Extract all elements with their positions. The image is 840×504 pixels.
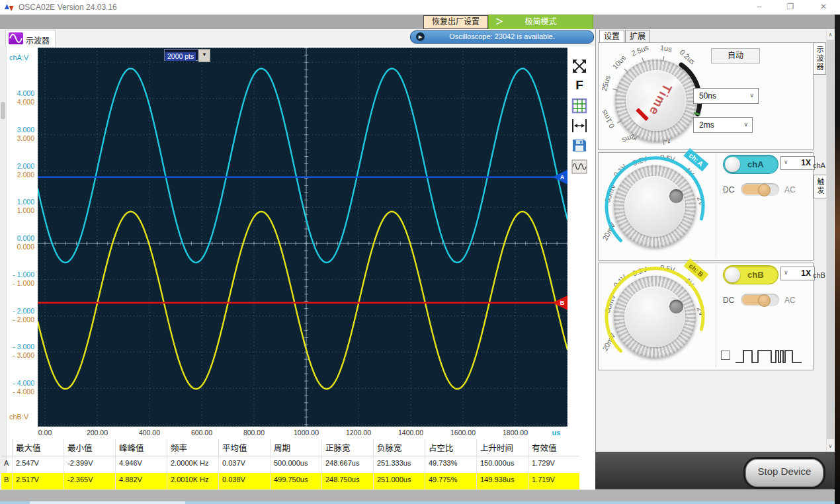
y-tick-chA: 1.000 (0, 198, 34, 206)
column-header: 负脉宽 (373, 439, 425, 456)
chA-enable-toggle[interactable]: chA (723, 155, 778, 174)
y-tick-chA: - 2.000 (0, 307, 34, 315)
x-tick-label: 1600.00 (442, 429, 484, 437)
save-icon[interactable] (570, 136, 589, 155)
chB-knob-face[interactable] (624, 286, 685, 347)
side-tab-oscilloscope[interactable]: 示波器 (813, 42, 826, 75)
y-tick-chB: - 1.000 (0, 279, 34, 288)
left-scrollbar[interactable] (0, 46, 7, 489)
measurement-value: 1.719V (528, 473, 579, 489)
chevron-down-icon: ∨ (749, 92, 754, 99)
knob-tick (635, 136, 638, 140)
fullscreen-expand-icon[interactable] (570, 57, 589, 75)
scroll-up-icon[interactable]: ∧ (826, 30, 835, 39)
side-label-chA[interactable]: chA (813, 161, 825, 169)
status-message: Oscilloscope: 23042 is available. (449, 32, 555, 40)
minimize-button[interactable]: – (748, 0, 771, 14)
row-label: B (1, 473, 12, 489)
auto-button[interactable]: 自动 (711, 48, 760, 63)
knob-tick (663, 56, 663, 62)
chB-probe-select[interactable]: ∨ 1X (780, 267, 815, 280)
measurement-value: 251.000us (373, 473, 425, 489)
tab-oscilloscope[interactable]: 示波器 (5, 30, 56, 47)
timebase-value: 2ms (699, 120, 714, 130)
pulse-mode-checkbox[interactable] (721, 351, 730, 360)
measurement-value: 2.0010K Hz (167, 473, 218, 489)
y-tick-chB: 0.000 (0, 243, 34, 251)
chA-toggle-label: chA (747, 159, 764, 169)
coupling-knob (758, 294, 771, 307)
chB-enable-toggle[interactable]: chB (723, 265, 778, 284)
sample-rate-select[interactable]: 50ns ∨ (693, 88, 759, 104)
waveform-snapshot-icon[interactable] (570, 157, 589, 176)
measurement-value: 2.547V (12, 456, 63, 473)
timebase-select[interactable]: 2ms ∨ (693, 117, 753, 133)
divider (716, 264, 716, 368)
knob-tick (663, 140, 663, 145)
stop-device-button[interactable]: Stop Device (743, 457, 825, 489)
table-corner (1, 439, 12, 456)
x-tick-label: 1400.00 (390, 429, 432, 437)
x-tick-label: 0.00 (24, 429, 66, 437)
minimal-mode-button[interactable]: ＞ 极简模式 (488, 15, 593, 30)
y-tick-chA: 2.000 (0, 162, 34, 171)
measurement-value: 2.517V (12, 473, 63, 489)
factory-reset-button[interactable]: 恢复出厂设置 (423, 15, 488, 29)
cursor-measure-icon[interactable] (570, 116, 589, 135)
measurement-value: 49.775% (425, 473, 476, 489)
y-tick-chA: - 3.000 (0, 343, 34, 351)
y-tick-chA: 0.000 (0, 234, 34, 243)
chA-ac-label: AC (784, 185, 796, 194)
waveform-display[interactable]: AB (38, 48, 567, 427)
chB-coupling-toggle[interactable] (741, 294, 779, 306)
oscilloscope-app-window: OSCA02E Version 24.03.16 – ❐ ✕ 恢复出厂设置 ＞ … (0, 0, 840, 504)
chA-probe-select[interactable]: ∨ 1X (780, 156, 815, 170)
divider (716, 153, 716, 258)
side-label-chB[interactable]: chB (813, 271, 825, 279)
device-status-banner[interactable]: ▶ Oscilloscope: 23042 is available. (410, 30, 594, 44)
restore-button[interactable]: ❐ (779, 0, 802, 14)
y-tick-chB: - 4.000 (0, 388, 34, 396)
chA-dc-label: DC (723, 185, 734, 194)
sample-points-select[interactable]: 2000 pts (164, 49, 198, 61)
y-tick-chA: - 1.000 (0, 271, 34, 279)
measurement-value: 0.038V (218, 473, 270, 489)
x-axis-unit: us (546, 429, 566, 437)
measurement-value: 4.946V (115, 456, 167, 473)
measurement-value: 500.000us (270, 456, 321, 473)
x-tick-label: 600.00 (181, 429, 223, 437)
tab-oscilloscope-label: 示波器 (26, 34, 50, 46)
side-tab-trigger[interactable]: 触发 (814, 175, 827, 198)
measurement-value: -2.365V (63, 473, 115, 489)
chA-probe-value: 1X (801, 158, 811, 167)
measurement-value: -2.399V (63, 456, 115, 473)
chB-ac-label: AC (784, 296, 796, 305)
chB-dc-label: DC (723, 296, 734, 305)
scroll-down-icon[interactable]: ∨ (826, 442, 835, 450)
y-tick-chA: 4.000 (0, 89, 34, 98)
taskbar-strip-highlight (30, 501, 185, 504)
x-tick-label: 800.00 (233, 429, 275, 437)
column-header: 上升时间 (476, 439, 528, 456)
panel-scrollbar-thumb[interactable] (827, 40, 834, 439)
minimal-mode-label: 极简模式 (525, 17, 556, 26)
chA-knob-face[interactable] (624, 176, 685, 237)
sample-points-value: 2000 pts (165, 52, 196, 61)
grid-toggle-icon[interactable] (570, 97, 589, 115)
coupling-knob (758, 184, 771, 196)
measurement-value: 248.667us (321, 456, 373, 473)
sample-points-dropdown-arrow[interactable]: ▼ (198, 49, 210, 62)
y-tick-chB: 1.000 (0, 206, 34, 215)
frequency-tool-button[interactable]: F (570, 78, 589, 97)
measurement-value: 49.733% (425, 456, 476, 473)
y-tick-chA: 3.000 (0, 126, 34, 134)
chA-knob-dimple (669, 189, 683, 203)
title-bar[interactable]: OSCA02E Version 24.03.16 – ❐ ✕ (0, 0, 840, 15)
close-button[interactable]: ✕ (812, 0, 835, 14)
knob-tick (617, 120, 622, 123)
chB-trace (38, 212, 567, 389)
chA-coupling-toggle[interactable] (741, 183, 779, 196)
y-tick-chB: 2.000 (0, 171, 34, 179)
knob-tick (642, 58, 644, 63)
sample-rate-value: 50ns (699, 91, 716, 101)
